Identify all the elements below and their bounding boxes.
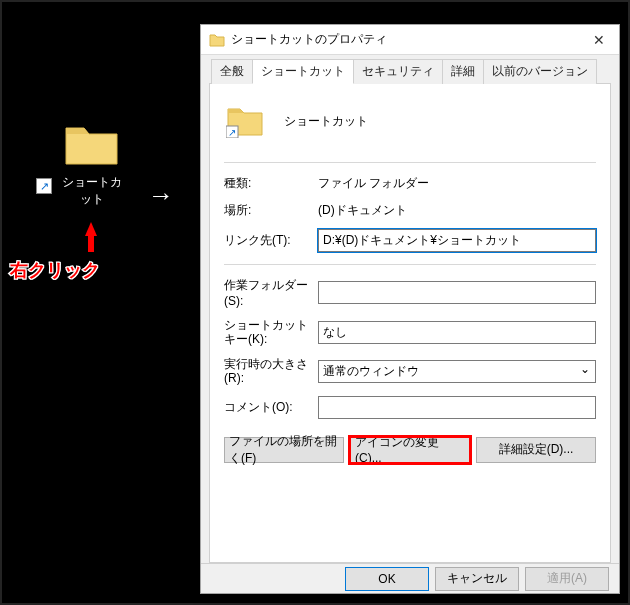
tab-general[interactable]: 全般 bbox=[211, 59, 253, 84]
type-label: 種類: bbox=[224, 175, 314, 192]
cancel-button[interactable]: キャンセル bbox=[435, 567, 519, 591]
run-label: 実行時の大きさ(R): bbox=[224, 357, 314, 386]
desktop-icon-label: ショートカット bbox=[57, 174, 127, 208]
ok-button[interactable]: OK bbox=[345, 567, 429, 591]
tab-previous-versions[interactable]: 以前のバージョン bbox=[483, 59, 597, 84]
shortcutkey-input[interactable] bbox=[318, 321, 596, 344]
workdir-label: 作業フォルダー(S): bbox=[224, 277, 314, 308]
target-input[interactable] bbox=[318, 229, 596, 252]
annotation-arrow-stem bbox=[88, 234, 94, 252]
tab-content: ↗ ショートカット 種類: ファイル フォルダー 場所: (D)ドキュメント リ… bbox=[209, 83, 611, 563]
tab-security[interactable]: セキュリティ bbox=[353, 59, 443, 84]
workdir-input[interactable] bbox=[318, 281, 596, 304]
shortcut-name: ショートカット bbox=[284, 113, 368, 130]
location-value: (D)ドキュメント bbox=[318, 202, 596, 219]
run-select[interactable]: 通常のウィンドウ bbox=[318, 360, 596, 383]
desktop-shortcut-icon[interactable]: ショートカット bbox=[57, 122, 127, 208]
type-value: ファイル フォルダー bbox=[318, 175, 596, 192]
location-label: 場所: bbox=[224, 202, 314, 219]
apply-button[interactable]: 適用(A) bbox=[525, 567, 609, 591]
tab-shortcut[interactable]: ショートカット bbox=[252, 59, 354, 84]
shortcut-overlay-icon: ↗ bbox=[36, 178, 52, 194]
change-icon-button[interactable]: アイコンの変更(C)... bbox=[350, 437, 470, 463]
dialog-title: ショートカットのプロパティ bbox=[231, 31, 579, 48]
close-button[interactable]: ✕ bbox=[579, 25, 619, 55]
titlebar-folder-icon bbox=[209, 32, 225, 48]
comment-input[interactable] bbox=[318, 396, 596, 419]
separator bbox=[224, 162, 596, 163]
titlebar[interactable]: ショートカットのプロパティ ✕ bbox=[201, 25, 619, 55]
tab-details[interactable]: 詳細 bbox=[442, 59, 484, 84]
annotation-arrow-right-icon: → bbox=[148, 180, 174, 211]
dialog-footer: OK キャンセル 適用(A) bbox=[201, 563, 619, 593]
separator bbox=[224, 264, 596, 265]
shortcutkey-label: ショートカット キー(K): bbox=[224, 318, 314, 347]
properties-dialog: ショートカットのプロパティ ✕ 全般 ショートカット セキュリティ 詳細 以前の… bbox=[200, 24, 620, 594]
large-folder-icon: ↗ bbox=[226, 104, 264, 138]
open-file-location-button[interactable]: ファイルの場所を開く(F) bbox=[224, 437, 344, 463]
svg-text:↗: ↗ bbox=[228, 127, 236, 138]
tab-strip: 全般 ショートカット セキュリティ 詳細 以前のバージョン bbox=[211, 59, 611, 84]
comment-label: コメント(O): bbox=[224, 399, 314, 416]
advanced-button[interactable]: 詳細設定(D)... bbox=[476, 437, 596, 463]
annotation-right-click: 右クリック bbox=[10, 258, 100, 282]
target-label: リンク先(T): bbox=[224, 232, 314, 249]
folder-icon bbox=[64, 122, 120, 168]
